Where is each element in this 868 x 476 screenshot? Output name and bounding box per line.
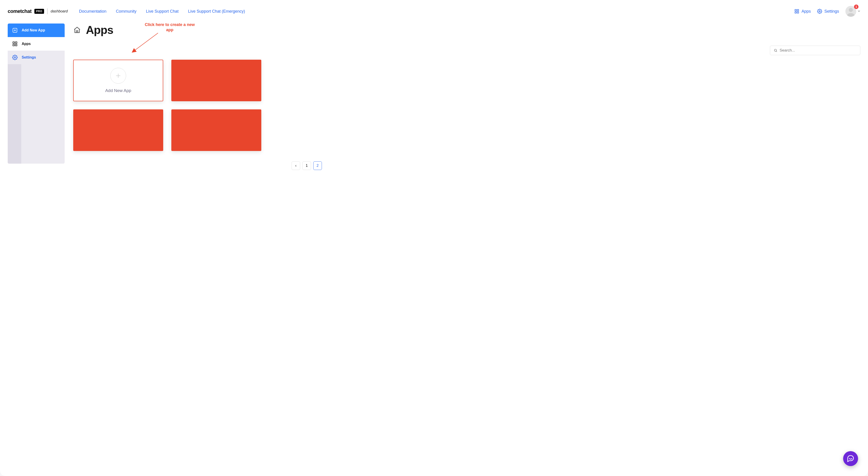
chevron-down-icon	[858, 9, 860, 13]
search-input[interactable]	[780, 48, 857, 53]
chat-launcher[interactable]	[843, 451, 858, 466]
plus-square-icon	[12, 28, 18, 33]
nav-community[interactable]: Community	[116, 9, 136, 14]
pagination-page-2[interactable]: 2	[313, 161, 322, 170]
app-card[interactable]	[73, 109, 163, 151]
gear-icon	[817, 9, 822, 14]
svg-rect-7	[13, 42, 14, 43]
pagination-prev[interactable]: ‹	[291, 161, 300, 170]
topnav: Documentation Community Live Support Cha…	[79, 9, 245, 14]
gear-icon	[12, 55, 18, 60]
svg-point-13	[774, 49, 776, 51]
sidebar-apps-label: Apps	[22, 42, 31, 46]
logo-divider	[47, 8, 48, 14]
pagination-page-1[interactable]: 1	[303, 161, 311, 170]
main: Apps Click here to create a new app	[73, 24, 860, 170]
svg-point-4	[819, 11, 820, 12]
header-apps-link[interactable]: Apps	[794, 9, 811, 14]
svg-rect-3	[797, 12, 799, 13]
search-icon	[774, 49, 777, 52]
add-new-app-card[interactable]: Add New App	[73, 60, 163, 101]
annotation-callout: Click here to create a new app	[144, 22, 196, 33]
svg-rect-2	[795, 12, 796, 13]
sidebar-item-apps[interactable]: Apps	[8, 37, 65, 51]
svg-rect-10	[16, 44, 17, 46]
svg-rect-9	[13, 44, 14, 46]
sidebar-add-label: Add New App	[22, 28, 45, 32]
sidebar-item-settings[interactable]: Settings	[8, 51, 65, 64]
chat-icon	[847, 454, 855, 463]
nav-documentation[interactable]: Documentation	[79, 9, 106, 14]
svg-point-5	[849, 8, 853, 12]
notification-badge: 1	[854, 4, 859, 9]
svg-rect-8	[16, 42, 17, 43]
apps-grid-icon	[794, 9, 799, 14]
header: cometchat PRO dashboard Documentation Co…	[0, 0, 868, 21]
apps-grid-icon	[12, 41, 18, 46]
header-apps-label: Apps	[802, 9, 811, 14]
sidebar-settings-label: Settings	[22, 55, 36, 59]
logo-brand: cometchat	[8, 8, 32, 14]
page-title: Apps	[86, 24, 113, 37]
app-cards-grid: Add New App	[73, 60, 261, 151]
app-card[interactable]	[171, 109, 261, 151]
header-settings-link[interactable]: Settings	[817, 9, 839, 14]
logo-pro-badge: PRO	[34, 9, 44, 14]
user-menu[interactable]: 1	[845, 6, 860, 17]
header-right: Apps Settings 1	[794, 6, 860, 17]
header-settings-label: Settings	[825, 9, 839, 14]
svg-rect-0	[795, 9, 796, 11]
svg-point-11	[14, 57, 16, 58]
sidebar: Add New App Apps Setting	[8, 24, 65, 164]
app-card[interactable]	[171, 60, 261, 101]
search-input-wrap[interactable]	[770, 46, 860, 55]
add-new-app-card-label: Add New App	[105, 88, 131, 93]
pagination: ‹ 1 2	[73, 161, 322, 170]
nav-live-support-emergency[interactable]: Live Support Chat (Emergency)	[188, 9, 245, 14]
home-icon	[73, 26, 81, 34]
logo-suffix: dashboard	[51, 9, 68, 13]
nav-live-support[interactable]: Live Support Chat	[146, 9, 179, 14]
logo: cometchat PRO dashboard	[8, 8, 68, 14]
sidebar-add-new-app[interactable]: Add New App	[8, 24, 65, 37]
svg-rect-1	[797, 9, 799, 11]
plus-circle-icon	[110, 68, 126, 84]
